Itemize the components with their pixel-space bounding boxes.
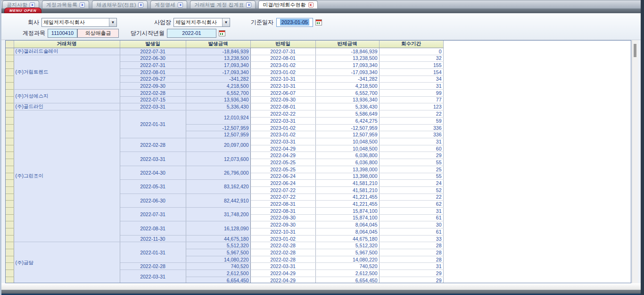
occur-date-cell[interactable]: 2022-02-28 <box>120 138 186 152</box>
collect-days-cell[interactable]: 29 <box>379 277 443 283</box>
row-selector-cell[interactable] <box>6 138 14 145</box>
settle-date-cell[interactable]: 2023-01-02 <box>250 62 315 69</box>
collect-days-cell[interactable]: 336 <box>379 124 443 131</box>
tab-close-icon[interactable]: x <box>30 2 35 8</box>
occur-date-cell[interactable]: 2022-11-30 <box>120 235 186 242</box>
row-selector-cell[interactable] <box>6 68 14 76</box>
collect-days-cell[interactable]: 52 <box>379 186 443 194</box>
settle-amount-cell[interactable]: 8,064,045 <box>315 228 379 236</box>
settle-amount-cell[interactable]: 10,048,500 <box>315 138 379 145</box>
occur-date-cell[interactable]: 2022-03-31 <box>120 152 186 166</box>
settle-amount-cell[interactable]: 6,552,700 <box>315 89 379 96</box>
tab-2[interactable]: 채권채무장(전표)x <box>92 0 148 8</box>
settle-amount-cell[interactable]: 13,398,000 <box>315 173 379 180</box>
collect-days-cell[interactable]: 77 <box>379 96 443 103</box>
collect-days-cell[interactable]: 154 <box>379 68 443 76</box>
tab-close-icon[interactable]: x <box>178 2 183 8</box>
settle-amount-cell[interactable]: 13,238,500 <box>315 55 379 62</box>
collect-days-cell[interactable]: 31 <box>379 83 443 90</box>
tab-close-icon[interactable]: x <box>80 2 85 8</box>
collect-days-cell[interactable]: 31 <box>379 207 443 214</box>
collect-days-cell[interactable]: 28 <box>379 256 443 263</box>
row-selector-cell[interactable] <box>6 256 14 263</box>
settle-date-cell[interactable]: 2022-03-31 <box>250 263 315 270</box>
row-selector-cell[interactable] <box>6 62 14 69</box>
settle-date-cell[interactable]: 2022-10-31 <box>250 76 315 83</box>
collect-days-cell[interactable]: 33 <box>379 235 443 242</box>
settle-amount-cell[interactable]: 6,424,275 <box>315 118 379 125</box>
settle-date-cell[interactable]: 2022-08-01 <box>250 103 315 110</box>
collect-days-cell[interactable]: 34 <box>379 76 443 83</box>
site-select[interactable]: 제일저지주식회사 ▼ <box>173 18 230 27</box>
settle-date-cell[interactable]: 2022-06-24 <box>250 173 315 180</box>
column-header[interactable]: 거래처명 <box>14 41 120 48</box>
collect-days-cell[interactable]: 32 <box>379 55 443 62</box>
settle-amount-cell[interactable]: 41,221,455 <box>315 194 379 201</box>
occur-date-cell[interactable]: 2022-05-31 <box>120 180 186 194</box>
collect-days-cell[interactable]: 29 <box>379 152 443 159</box>
row-selector-cell[interactable] <box>6 194 14 201</box>
row-selector-cell[interactable] <box>6 89 14 96</box>
tab-3[interactable]: 계정명세x <box>150 0 187 8</box>
settle-amount-cell[interactable]: 41,581,210 <box>315 180 379 187</box>
row-selector-cell[interactable] <box>6 228 14 236</box>
occur-amount-cell[interactable]: 5,336,430 <box>186 103 250 110</box>
settle-date-cell[interactable]: 2022-09-30 <box>250 96 315 103</box>
collect-days-cell[interactable]: 55 <box>379 173 443 180</box>
occur-date-cell[interactable]: 2022-08-01 <box>120 68 186 76</box>
account-code-input[interactable]: 11100410 <box>48 29 77 38</box>
occur-amount-cell[interactable]: 6,552,700 <box>186 89 250 96</box>
settle-amount-cell[interactable]: 6,036,800 <box>315 152 379 159</box>
collect-days-cell[interactable]: 22 <box>379 194 443 201</box>
occur-amount-cell[interactable]: 12,010,924 <box>186 110 250 124</box>
horizontal-scrollbar[interactable] <box>1 283 641 290</box>
account-name-input[interactable]: 외상매출금 <box>77 29 119 38</box>
row-selector-cell[interactable] <box>6 55 14 62</box>
collect-days-cell[interactable]: 155 <box>379 62 443 69</box>
row-selector-cell[interactable] <box>6 159 14 166</box>
collect-days-cell[interactable]: 24 <box>379 180 443 187</box>
occur-date-cell[interactable]: 2022-07-31 <box>120 207 186 221</box>
tab-4[interactable]: 거래처별 계정 집계표x <box>190 0 256 8</box>
calendar-icon[interactable] <box>315 19 322 25</box>
settle-amount-cell[interactable]: 15,874,100 <box>315 214 379 221</box>
column-header[interactable]: 반제금액 <box>315 41 379 48</box>
settle-date-cell[interactable]: 2022-10-31 <box>250 83 315 90</box>
occur-date-cell[interactable]: 2022-01-31 <box>120 242 186 263</box>
occur-amount-cell[interactable]: 740,520 <box>186 263 250 270</box>
settle-date-cell[interactable]: 2023-01-02 <box>250 131 315 138</box>
vendor-cell[interactable]: (주)금담 <box>14 242 120 283</box>
collect-days-cell[interactable]: 59 <box>379 118 443 125</box>
row-selector-cell[interactable] <box>6 48 14 55</box>
vertical-scrollbar[interactable] <box>632 40 638 283</box>
company-select[interactable]: 제일저지주식회사 ▼ <box>41 18 117 27</box>
settle-date-cell[interactable]: 2022-08-31 <box>250 201 315 208</box>
settle-date-cell[interactable]: 2022-04-29 <box>250 145 315 152</box>
occur-amount-cell[interactable]: 82,442,910 <box>186 194 250 207</box>
row-selector-cell[interactable] <box>6 131 14 138</box>
row-selector-cell[interactable] <box>6 166 14 173</box>
collect-days-cell[interactable]: 55 <box>379 159 443 166</box>
row-selector-cell[interactable] <box>6 180 14 187</box>
settle-date-cell[interactable]: 2022-08-31 <box>250 207 315 214</box>
settle-date-cell[interactable]: 2022-07-31 <box>250 48 315 55</box>
collect-days-cell[interactable]: 28 <box>379 242 443 249</box>
collect-days-cell[interactable]: 60 <box>379 145 443 152</box>
settle-date-cell[interactable]: 2022-10-31 <box>250 228 315 236</box>
row-selector-cell[interactable] <box>6 96 14 103</box>
occur-date-cell[interactable]: 2022-01-31 <box>120 110 186 138</box>
settle-date-cell[interactable]: 2022-03-31 <box>250 138 315 145</box>
occur-amount-cell[interactable]: 5,512,320 <box>186 242 250 249</box>
occur-date-cell[interactable]: 2022-06-30 <box>120 194 186 207</box>
occur-amount-cell[interactable]: 26,796,000 <box>186 166 250 179</box>
occur-amount-cell[interactable]: 16,128,090 <box>186 221 250 235</box>
collect-days-cell[interactable]: 31 <box>379 138 443 145</box>
vendor-cell[interactable]: (주)거성에스지 <box>14 89 120 103</box>
occur-date-cell[interactable]: 2022-02-28 <box>120 263 186 270</box>
settle-date-cell[interactable]: 2022-06-07 <box>250 89 315 96</box>
row-selector-cell[interactable] <box>6 221 14 228</box>
settle-amount-cell[interactable]: 10,048,500 <box>315 145 379 152</box>
tab-close-icon[interactable]: x <box>246 2 251 8</box>
collect-days-cell[interactable]: 25 <box>379 166 443 173</box>
occur-date-cell[interactable]: 2022-02-28 <box>120 89 186 96</box>
